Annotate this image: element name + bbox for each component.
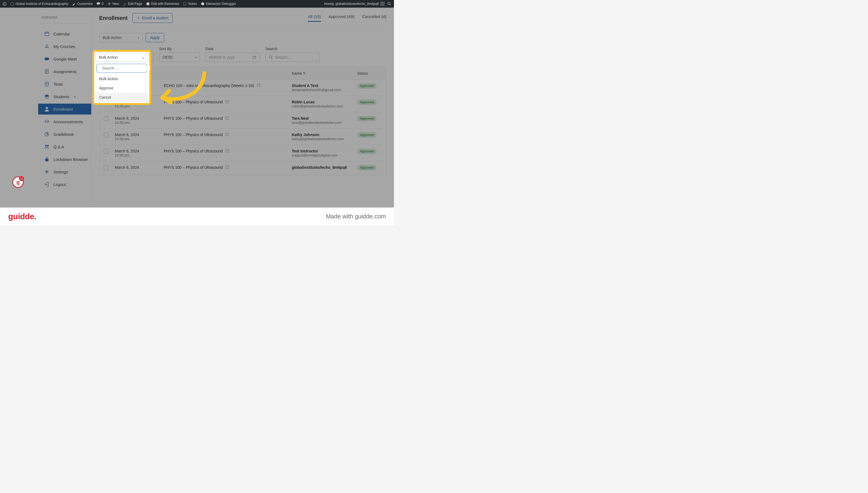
dropdown-search-input[interactable] <box>102 66 150 70</box>
row-checkbox[interactable] <box>104 165 109 170</box>
wp-admin-bar: Global Institute of Echocardiography Cus… <box>0 0 394 8</box>
notes-link[interactable]: Notes <box>183 2 197 6</box>
sidebar-item-enrollment[interactable]: Enrollment <box>38 104 91 114</box>
sidebar-role: Instructor <box>0 12 91 23</box>
guidde-attribution: Made with guidde.com <box>326 213 386 220</box>
site-name[interactable]: Global Institute of Echocardiography <box>10 2 68 6</box>
col-name[interactable]: Name⇅ <box>292 71 357 76</box>
row-name: Tara Neal <box>292 116 357 121</box>
date-label: Date <box>205 47 260 51</box>
sidebar-icon <box>44 169 50 174</box>
sidebar-item-calendar[interactable]: Calendar <box>0 28 91 39</box>
edit-page-link[interactable]: Edit Page <box>123 2 142 6</box>
svg-point-1 <box>146 2 149 5</box>
sidebar-item-announcements[interactable]: Announcements <box>0 116 91 127</box>
row-date: March 6, 2024 <box>115 149 164 153</box>
status-badge: Approved <box>357 83 376 89</box>
sidebar-item-label: Enrollment <box>53 107 73 111</box>
row-email: kathy@globalinstituteofecho.com <box>292 137 357 141</box>
sidebar-item-label: Settings <box>53 170 68 174</box>
sidebar-item-lockdown-browser[interactable]: Lockdown Browser <box>0 154 91 165</box>
plus-icon: ＋ <box>137 16 140 20</box>
external-link-icon[interactable] <box>225 132 229 137</box>
svg-rect-2 <box>184 2 186 5</box>
date-input[interactable]: MMMM d, yyyy <box>205 52 260 62</box>
row-name: globalinstituteofecho_8m6pq6 <box>292 165 357 170</box>
row-email: tara@globalinstituteofecho.com <box>292 121 357 125</box>
external-link-icon[interactable] <box>225 116 229 121</box>
svg-point-15 <box>46 171 47 172</box>
chevron-down-icon: ⌄ <box>141 55 145 60</box>
row-time: 10:30 pm, <box>115 137 164 141</box>
dropdown-option-approve[interactable]: Approve <box>95 83 148 93</box>
sidebar-icon <box>44 31 50 37</box>
tab-approved[interactable]: Approved (49) <box>328 14 355 22</box>
new-link[interactable]: New <box>107 2 119 6</box>
bulk-action-trigger[interactable]: Bulk Action⌄ <box>95 53 148 62</box>
enroll-student-button[interactable]: ＋ Enroll a student <box>132 13 173 23</box>
dropdown-option-bulk-action[interactable]: Bulk Action <box>95 74 148 83</box>
guidde-footer: guidde. Made with guidde.com <box>0 208 394 225</box>
sidebar-item-tests[interactable]: Tests <box>0 79 91 89</box>
sidebar-item-label: Calendar <box>53 31 70 36</box>
sidebar-item-my-courses[interactable]: My Courses <box>0 41 91 52</box>
apply-button[interactable]: Apply <box>145 33 164 42</box>
customize-link[interactable]: Customize <box>72 2 93 6</box>
annotation-arrow <box>151 70 211 109</box>
row-email: support@verdigrisdigital.com <box>292 153 357 157</box>
sidebar-item-google-meet[interactable]: Google Meet <box>0 53 91 64</box>
external-link-icon[interactable] <box>225 165 229 170</box>
sidebar-item-students[interactable]: Students▸ <box>0 91 91 102</box>
row-date: March 6, 2024 <box>115 132 164 137</box>
howdy-user[interactable]: Howdy, globalinstituteofecho_8m6pq6 <box>324 2 385 6</box>
external-link-icon[interactable] <box>257 83 260 88</box>
sidebar-item-assignments[interactable]: Assignments <box>0 66 91 77</box>
row-course: PHYS 100 – Physics of Ultrasound <box>164 116 223 121</box>
sort-by-select[interactable]: DESC▾ <box>159 52 200 62</box>
guidde-logo: guidde. <box>8 212 36 221</box>
guidde-bubble[interactable]: g 13 <box>12 176 24 188</box>
sidebar-icon <box>44 119 50 124</box>
tab-cancelled[interactable]: Cancelled (4) <box>362 14 386 22</box>
row-checkbox[interactable] <box>104 132 109 137</box>
tab-all[interactable]: All (53) <box>308 14 321 22</box>
svg-rect-16 <box>253 56 256 59</box>
row-name: Student A Test <box>292 83 357 88</box>
comments-link[interactable]: 0 <box>96 2 104 6</box>
wp-logo-icon[interactable] <box>3 2 6 6</box>
bulk-action-dropdown-highlight: Bulk Action⌄ Bulk Action Approve Cancel <box>92 50 151 105</box>
row-email: annamariechurchh@gmail.com <box>292 88 357 92</box>
external-link-icon[interactable] <box>225 149 229 153</box>
row-checkbox[interactable] <box>104 116 109 121</box>
page-title: Enrollment <box>99 15 128 21</box>
sidebar-icon <box>44 181 50 187</box>
sidebar-item-label: Q & A <box>53 145 64 149</box>
row-course: PHYS 100 – Physics of Ultrasound <box>164 149 223 153</box>
sidebar-item-q-a[interactable]: Q & A <box>0 141 91 152</box>
bulk-action-select[interactable]: Bulk Action▾ <box>99 33 143 42</box>
debugger-link[interactable]: Elementor Debugger <box>201 2 236 6</box>
sidebar-item-gradebook[interactable]: Gradebook <box>0 129 91 140</box>
sidebar-item-label: Logout <box>53 182 66 187</box>
row-name: Robin Lucas <box>292 100 357 104</box>
svg-point-17 <box>270 56 272 58</box>
svg-point-4 <box>388 2 390 4</box>
sidebar-icon <box>44 94 50 99</box>
sidebar-item-settings[interactable]: Settings <box>0 166 91 177</box>
row-name: Test Instructor <box>292 149 357 153</box>
row-checkbox[interactable] <box>104 149 109 154</box>
search-icon[interactable] <box>387 2 391 6</box>
sidebar-icon <box>44 131 50 137</box>
svg-point-12 <box>45 145 47 146</box>
sort-icon: ⇅ <box>303 71 305 75</box>
svg-point-0 <box>3 2 6 6</box>
dropdown-search[interactable] <box>96 64 147 72</box>
search-input[interactable]: Search... <box>265 52 320 62</box>
edit-elementor-link[interactable]: Edit with Elementor <box>146 2 179 6</box>
dropdown-option-cancel[interactable]: Cancel <box>95 93 148 102</box>
sidebar-item-label: Lockdown Browser <box>53 157 88 162</box>
status-badge: Approved <box>357 165 376 170</box>
svg-rect-14 <box>46 159 48 161</box>
external-link-icon[interactable] <box>225 100 229 104</box>
sidebar-icon <box>44 106 50 112</box>
